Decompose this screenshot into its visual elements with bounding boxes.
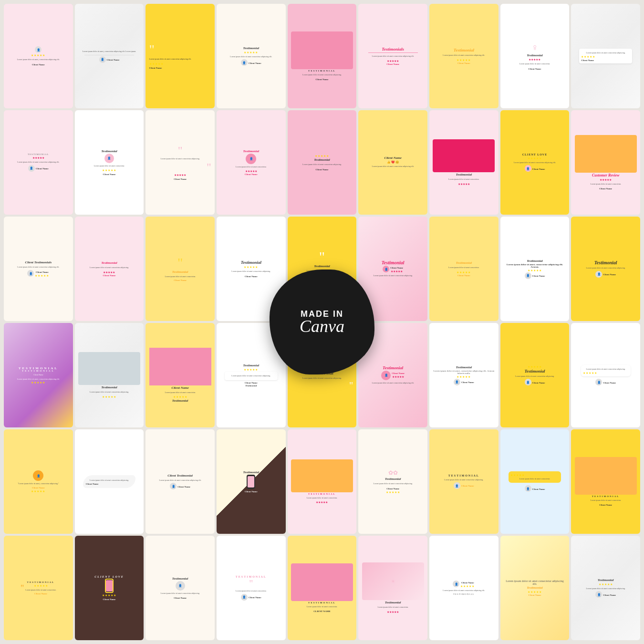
blob-38: Lorem ipsum dolor sit amet consectetur a… xyxy=(83,475,136,488)
text-30: Lorem ipsum dolor sit amet consectetur. xyxy=(165,391,195,394)
template-card-36[interactable]: Lorem ipsum dolor sit amet consectetur a… xyxy=(571,323,640,427)
stars-4: ★★★★★ xyxy=(244,51,258,54)
template-card-45[interactable]: TESTIMONIAL Lorem ipsum dolor sit amet c… xyxy=(571,429,640,534)
text-54: Lorem ipsum dolor sit amet consectetur a… xyxy=(586,587,625,590)
client-35: Client Name xyxy=(532,382,545,384)
avatar-48: 👤 xyxy=(176,581,185,591)
stars-37: ★★★★★ xyxy=(31,489,45,493)
heading-26: Testimonial xyxy=(527,259,543,263)
client-18: Client Name xyxy=(599,187,612,190)
template-card-42[interactable]: ✿✿ Testimonial Lorem ipsum dolor sit ame… xyxy=(358,429,427,534)
text-49: Lorem ipsum dolor sit amet consectetur. xyxy=(236,590,266,592)
template-card-25[interactable]: Testimonial Lorem ipsum dolor sit amet c… xyxy=(429,217,499,321)
text-36: Lorem ipsum dolor sit amet consectetur a… xyxy=(583,368,629,371)
template-card-40[interactable]: Testimonial Client Name xyxy=(217,429,286,534)
template-card-50[interactable]: TESTIMONIAL Lorem ipsum dolor sit amet c… xyxy=(288,536,357,640)
avatar-11: 👤 xyxy=(104,154,114,163)
template-card-12[interactable]: " Lorem ipsum dolor sit amet consectetur… xyxy=(145,110,215,215)
template-card-10[interactable]: Testimonial ★★★★★ Lorem ipsum dolor sit … xyxy=(4,110,73,215)
client-38: Client Name xyxy=(86,483,133,485)
label-47: CLIENT LOVE xyxy=(94,575,124,578)
template-card-38[interactable]: Lorem ipsum dolor sit amet consectetur a… xyxy=(75,429,144,534)
template-card-35[interactable]: ★★★★★ Testimonial Lorem ipsum dolor sit … xyxy=(500,323,570,427)
avatar-4: 👤 xyxy=(241,59,248,66)
heading-8: Testimonial xyxy=(527,53,543,57)
template-card-47[interactable]: CLIENT LOVE ★★★★★ Client Name xyxy=(75,536,144,640)
stars-53: ★★★★★ xyxy=(528,590,542,593)
heading-34: Testimonial xyxy=(456,365,472,369)
template-card-41[interactable]: TESTIMONIAL Lorem ipsum dolor sit amet c… xyxy=(288,429,357,534)
text-5: Lorem ipsum dolor sit amet consectetur a… xyxy=(302,73,342,76)
text-24: Lorem ipsum dolor sit amet consectetur a… xyxy=(374,274,413,277)
heading-51: Testimonial xyxy=(385,601,401,604)
stars-34: ★★★★★ xyxy=(457,375,471,378)
template-card-18[interactable]: Customer Review ★★★★★ Lorem ipsum dolor … xyxy=(571,110,640,215)
quote-21: " xyxy=(177,256,183,270)
template-card-3[interactable]: " Lorem ipsum dolor sit amet consectetur… xyxy=(145,4,215,108)
label-45: TESTIMONIAL xyxy=(592,495,620,498)
template-card-53[interactable]: Lorem ipsum dolor sit amet consectetur a… xyxy=(500,536,570,640)
template-card-49[interactable]: TESTIMONIAL " Lorem ipsum dolor sit amet… xyxy=(217,536,286,640)
template-card-13[interactable]: Testimonial 👤 Lorem ipsum dolor sit amet… xyxy=(217,110,286,215)
template-card-27[interactable]: Testimonial Lorem ipsum dolor sit amet c… xyxy=(571,217,640,321)
client-34: Client Name xyxy=(461,381,474,384)
text-2: Lorem ipsum dolor sit amet, consectetur … xyxy=(83,50,136,53)
template-card-34[interactable]: Testimonial Lorem ipsum dolor sit amet, … xyxy=(429,323,499,427)
heading-4: Testimonial xyxy=(243,46,260,50)
template-card-6[interactable]: Testimonials Lorem ipsum dolor sit amet … xyxy=(358,4,427,108)
template-card-14[interactable]: ★★★★★ Testimonial Lorem ipsum dolor sit … xyxy=(288,110,357,215)
heading-33: Testimonial xyxy=(383,365,403,370)
template-card-29[interactable]: Testimonial Lorem ipsum dolor sit amet c… xyxy=(75,323,144,427)
template-card-1[interactable]: 👤 ★★★★★ Lorem ipsum dolor sit amet, cons… xyxy=(4,4,73,108)
template-card-51[interactable]: 🌸 Testimonial Lorem ipsum dolor sit amet… xyxy=(358,536,427,640)
client-47: Client Name xyxy=(103,598,116,601)
template-card-5[interactable]: TESTIMONIAL Lorem ipsum dolor sit amet c… xyxy=(288,4,357,108)
template-card-44[interactable]: ★★★★★ Lorem ipsum dolor sit amet consect… xyxy=(500,429,570,534)
template-card-16[interactable]: Testimonial Lorem ipsum dolor sit amet c… xyxy=(429,110,499,215)
heading-7: Testimonial xyxy=(454,48,474,52)
template-card-54[interactable]: Testimonial ★★★★★ Lorem ipsum dolor sit … xyxy=(571,536,640,640)
template-card-46[interactable]: " TESTIMONIAL ★★★★★ Lorem ipsum dolor si… xyxy=(4,536,73,640)
client-8: Client Name xyxy=(529,68,541,70)
client-44: Client Name xyxy=(532,488,545,490)
canva-blob: MADE IN Canva xyxy=(270,270,374,374)
text-6: Lorem ipsum dolor sit amet consectetur a… xyxy=(372,55,414,58)
template-card-52[interactable]: 👤 Client Name ★★★★★ Lorem ipsum dolor si… xyxy=(429,536,499,640)
template-card-15[interactable]: Client Name 👍 ❤️ 😊 Lorem ipsum dolor sit… xyxy=(358,110,427,215)
label-17: CLIENT LOVE xyxy=(522,153,547,156)
template-card-17[interactable]: CLIENT LOVE ★★★★★ Lorem ipsum dolor sit … xyxy=(500,110,570,215)
stars-41: ★★★★★ xyxy=(316,500,328,504)
template-card-21[interactable]: " Testimonial Lorem ipsum dolor sit amet… xyxy=(145,217,215,321)
template-card-11[interactable]: Testimonial 👤 Lorem ipsum dolor sit amet… xyxy=(75,110,144,215)
label28b: TESTIMONIAL xyxy=(22,370,55,372)
client-25: Client Name xyxy=(457,274,470,277)
stars-54: ★★★★★ xyxy=(599,582,613,586)
heading-42: Testimonial xyxy=(385,477,401,481)
heading-30: Client Name xyxy=(171,386,188,390)
client-3: Client Name xyxy=(149,67,162,69)
phone-40 xyxy=(247,475,255,489)
template-card-30[interactable]: Client Name Lorem ipsum dolor sit amet c… xyxy=(145,323,215,427)
stars-10: ★★★★★ xyxy=(32,156,44,159)
heading-48: Testimonial xyxy=(172,577,188,581)
template-card-37[interactable]: 👤 "Lorem ipsum dolor sit amet, consectet… xyxy=(4,429,73,534)
template-card-48[interactable]: Testimonial 👤 Lorem ipsum dolor sit amet… xyxy=(145,536,215,640)
template-card-7[interactable]: Testimonial Lorem ipsum dolor sit amet c… xyxy=(429,4,499,108)
template-card-4[interactable]: Testimonial ★★★★★ Lorem ipsum dolor sit … xyxy=(217,4,286,108)
client-13: Client Name xyxy=(245,173,258,176)
label-50: TESTIMONIAL xyxy=(308,602,336,604)
template-card-2[interactable]: Lorem ipsum dolor sit amet, consectetur … xyxy=(75,4,144,108)
client-4: Client Name xyxy=(249,62,261,64)
template-card-26[interactable]: Testimonial Lorem ipsum dolor sit amet, … xyxy=(500,217,570,321)
heading-23: Testimonial xyxy=(314,264,330,268)
template-card-8[interactable]: ♀ Testimonial ★★★★★ Lorem ipsum dolor si… xyxy=(500,4,570,108)
template-card-20[interactable]: Testimonial Lorem ipsum dolor sit amet c… xyxy=(75,217,144,321)
text-25: Lorem ipsum dolor sit amet consectetur. xyxy=(448,266,479,269)
template-card-28[interactable]: TESTIMONIAL TESTIMONIAL Client Name Lore… xyxy=(4,323,73,427)
photo-45 xyxy=(575,457,637,495)
template-card-43[interactable]: TESTIMONIAL Lorem ipsum dolor sit amet c… xyxy=(429,429,499,534)
text-44: Lorem ipsum dolor sit amet consectetur. xyxy=(510,478,560,480)
template-card-9[interactable]: Lorem ipsum dolor sit amet consectetur a… xyxy=(571,4,640,108)
template-card-39[interactable]: Client Testimonial Lorem ipsum dolor sit… xyxy=(145,429,215,534)
template-card-19[interactable]: Client Testimonials Lorem ipsum dolor si… xyxy=(4,217,73,321)
